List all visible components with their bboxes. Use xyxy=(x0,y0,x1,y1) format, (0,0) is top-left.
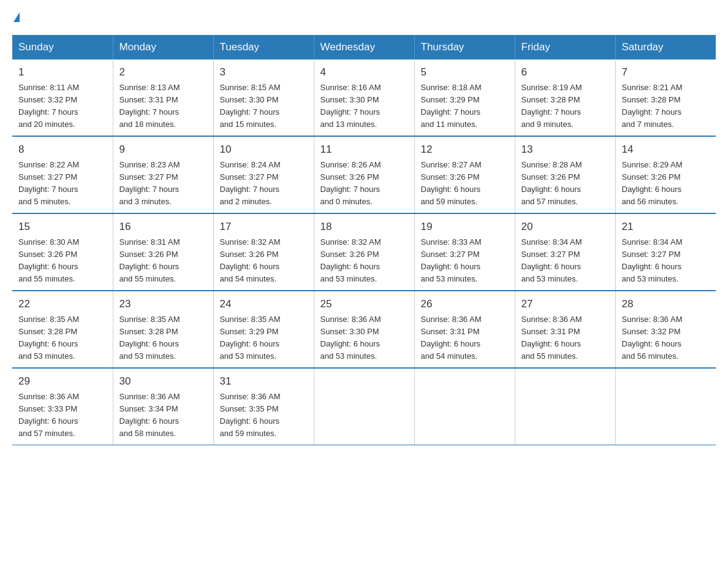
day-info: Sunrise: 8:36 AMSunset: 3:31 PMDaylight:… xyxy=(521,313,609,363)
calendar-cell: 8Sunrise: 8:22 AMSunset: 3:27 PMDaylight… xyxy=(12,136,113,213)
day-number: 14 xyxy=(622,142,710,158)
day-info: Sunrise: 8:35 AMSunset: 3:28 PMDaylight:… xyxy=(18,313,107,363)
day-number: 12 xyxy=(421,142,509,158)
day-info: Sunrise: 8:28 AMSunset: 3:26 PMDaylight:… xyxy=(521,159,609,209)
calendar-cell: 16Sunrise: 8:31 AMSunset: 3:26 PMDayligh… xyxy=(113,213,213,291)
day-number: 15 xyxy=(18,219,107,235)
day-info: Sunrise: 8:18 AMSunset: 3:29 PMDaylight:… xyxy=(421,82,509,131)
day-number: 1 xyxy=(18,64,107,80)
day-info: Sunrise: 8:36 AMSunset: 3:33 PMDaylight:… xyxy=(18,391,107,440)
calendar-cell: 14Sunrise: 8:29 AMSunset: 3:26 PMDayligh… xyxy=(615,136,716,213)
day-number: 3 xyxy=(220,64,308,80)
calendar-week-row: 8Sunrise: 8:22 AMSunset: 3:27 PMDaylight… xyxy=(12,136,716,213)
day-number: 25 xyxy=(320,296,408,312)
weekday-header-thursday: Thursday xyxy=(414,35,515,59)
weekday-header-tuesday: Tuesday xyxy=(213,35,314,59)
calendar-week-row: 15Sunrise: 8:30 AMSunset: 3:26 PMDayligh… xyxy=(12,213,716,291)
weekday-header-wednesday: Wednesday xyxy=(314,35,414,59)
day-number: 22 xyxy=(18,296,107,312)
day-info: Sunrise: 8:36 AMSunset: 3:31 PMDaylight:… xyxy=(421,313,509,363)
day-number: 27 xyxy=(521,296,609,312)
calendar-cell: 28Sunrise: 8:36 AMSunset: 3:32 PMDayligh… xyxy=(615,291,716,368)
calendar-cell: 1Sunrise: 8:11 AMSunset: 3:32 PMDaylight… xyxy=(12,59,113,136)
day-info: Sunrise: 8:35 AMSunset: 3:28 PMDaylight:… xyxy=(119,313,207,363)
weekday-header-row: SundayMondayTuesdayWednesdayThursdayFrid… xyxy=(12,35,716,59)
day-info: Sunrise: 8:34 AMSunset: 3:27 PMDaylight:… xyxy=(622,236,710,286)
logo xyxy=(12,12,20,23)
weekday-header-monday: Monday xyxy=(113,35,213,59)
day-info: Sunrise: 8:27 AMSunset: 3:26 PMDaylight:… xyxy=(421,159,509,209)
calendar-cell xyxy=(314,368,414,445)
day-number: 18 xyxy=(320,219,408,235)
day-info: Sunrise: 8:33 AMSunset: 3:27 PMDaylight:… xyxy=(421,236,509,286)
day-info: Sunrise: 8:30 AMSunset: 3:26 PMDaylight:… xyxy=(18,236,107,286)
day-number: 10 xyxy=(220,142,308,158)
calendar-cell: 21Sunrise: 8:34 AMSunset: 3:27 PMDayligh… xyxy=(615,213,716,291)
calendar-cell: 13Sunrise: 8:28 AMSunset: 3:26 PMDayligh… xyxy=(515,136,615,213)
day-number: 5 xyxy=(421,64,509,80)
calendar-cell: 6Sunrise: 8:19 AMSunset: 3:28 PMDaylight… xyxy=(515,59,615,136)
day-number: 9 xyxy=(119,142,207,158)
day-number: 17 xyxy=(220,219,308,235)
calendar-cell: 2Sunrise: 8:13 AMSunset: 3:31 PMDaylight… xyxy=(113,59,213,136)
day-number: 30 xyxy=(119,373,207,389)
weekday-header-friday: Friday xyxy=(515,35,615,59)
calendar-cell: 12Sunrise: 8:27 AMSunset: 3:26 PMDayligh… xyxy=(414,136,515,213)
day-number: 16 xyxy=(119,219,207,235)
calendar-cell xyxy=(515,368,615,445)
calendar-week-row: 22Sunrise: 8:35 AMSunset: 3:28 PMDayligh… xyxy=(12,291,716,368)
calendar-week-row: 1Sunrise: 8:11 AMSunset: 3:32 PMDaylight… xyxy=(12,59,716,136)
day-number: 21 xyxy=(622,219,710,235)
calendar-cell: 26Sunrise: 8:36 AMSunset: 3:31 PMDayligh… xyxy=(414,291,515,368)
day-info: Sunrise: 8:22 AMSunset: 3:27 PMDaylight:… xyxy=(18,159,107,209)
day-number: 4 xyxy=(320,64,408,80)
day-number: 31 xyxy=(220,373,308,389)
calendar-cell xyxy=(414,368,515,445)
day-info: Sunrise: 8:36 AMSunset: 3:30 PMDaylight:… xyxy=(320,313,408,363)
calendar-cell: 18Sunrise: 8:32 AMSunset: 3:26 PMDayligh… xyxy=(314,213,414,291)
day-number: 2 xyxy=(119,64,207,80)
day-info: Sunrise: 8:23 AMSunset: 3:27 PMDaylight:… xyxy=(119,159,207,209)
calendar-cell: 31Sunrise: 8:36 AMSunset: 3:35 PMDayligh… xyxy=(213,368,314,445)
day-number: 29 xyxy=(18,373,107,389)
day-number: 24 xyxy=(220,296,308,312)
day-info: Sunrise: 8:32 AMSunset: 3:26 PMDaylight:… xyxy=(320,236,408,286)
calendar-cell: 23Sunrise: 8:35 AMSunset: 3:28 PMDayligh… xyxy=(113,291,213,368)
calendar-cell: 4Sunrise: 8:16 AMSunset: 3:30 PMDaylight… xyxy=(314,59,414,136)
day-info: Sunrise: 8:21 AMSunset: 3:28 PMDaylight:… xyxy=(622,82,710,131)
calendar-week-row: 29Sunrise: 8:36 AMSunset: 3:33 PMDayligh… xyxy=(12,368,716,445)
weekday-header-saturday: Saturday xyxy=(615,35,716,59)
calendar-cell: 7Sunrise: 8:21 AMSunset: 3:28 PMDaylight… xyxy=(615,59,716,136)
calendar-cell: 24Sunrise: 8:35 AMSunset: 3:29 PMDayligh… xyxy=(213,291,314,368)
calendar-cell: 30Sunrise: 8:36 AMSunset: 3:34 PMDayligh… xyxy=(113,368,213,445)
day-info: Sunrise: 8:19 AMSunset: 3:28 PMDaylight:… xyxy=(521,82,609,131)
calendar-table: SundayMondayTuesdayWednesdayThursdayFrid… xyxy=(12,35,716,445)
day-number: 11 xyxy=(320,142,408,158)
calendar-cell: 25Sunrise: 8:36 AMSunset: 3:30 PMDayligh… xyxy=(314,291,414,368)
day-number: 26 xyxy=(421,296,509,312)
calendar-cell: 17Sunrise: 8:32 AMSunset: 3:26 PMDayligh… xyxy=(213,213,314,291)
day-number: 20 xyxy=(521,219,609,235)
day-info: Sunrise: 8:13 AMSunset: 3:31 PMDaylight:… xyxy=(119,82,207,131)
day-number: 23 xyxy=(119,296,207,312)
day-info: Sunrise: 8:36 AMSunset: 3:34 PMDaylight:… xyxy=(119,391,207,440)
calendar-cell: 15Sunrise: 8:30 AMSunset: 3:26 PMDayligh… xyxy=(12,213,113,291)
calendar-cell: 10Sunrise: 8:24 AMSunset: 3:27 PMDayligh… xyxy=(213,136,314,213)
day-number: 7 xyxy=(622,64,710,80)
day-number: 28 xyxy=(622,296,710,312)
calendar-cell: 22Sunrise: 8:35 AMSunset: 3:28 PMDayligh… xyxy=(12,291,113,368)
calendar-cell: 20Sunrise: 8:34 AMSunset: 3:27 PMDayligh… xyxy=(515,213,615,291)
day-info: Sunrise: 8:36 AMSunset: 3:32 PMDaylight:… xyxy=(622,313,710,363)
day-info: Sunrise: 8:24 AMSunset: 3:27 PMDaylight:… xyxy=(220,159,308,209)
calendar-cell: 11Sunrise: 8:26 AMSunset: 3:26 PMDayligh… xyxy=(314,136,414,213)
page-header xyxy=(12,12,716,23)
day-info: Sunrise: 8:29 AMSunset: 3:26 PMDaylight:… xyxy=(622,159,710,209)
day-info: Sunrise: 8:36 AMSunset: 3:35 PMDaylight:… xyxy=(220,391,308,440)
calendar-cell: 27Sunrise: 8:36 AMSunset: 3:31 PMDayligh… xyxy=(515,291,615,368)
day-info: Sunrise: 8:16 AMSunset: 3:30 PMDaylight:… xyxy=(320,82,408,131)
day-number: 6 xyxy=(521,64,609,80)
calendar-cell: 5Sunrise: 8:18 AMSunset: 3:29 PMDaylight… xyxy=(414,59,515,136)
day-info: Sunrise: 8:32 AMSunset: 3:26 PMDaylight:… xyxy=(220,236,308,286)
day-info: Sunrise: 8:26 AMSunset: 3:26 PMDaylight:… xyxy=(320,159,408,209)
day-info: Sunrise: 8:31 AMSunset: 3:26 PMDaylight:… xyxy=(119,236,207,286)
